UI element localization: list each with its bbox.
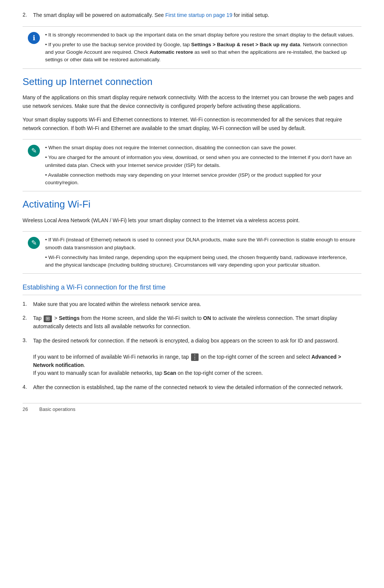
pencil-icon-1: ✎ — [28, 145, 40, 157]
step2-text-before: The smart display will be powered on aut… — [33, 12, 165, 18]
wifi-step-4-text: After the connection is established, tap… — [33, 383, 361, 392]
wifi-para1: Wireless Local Area Network (WLAN / Wi-F… — [23, 216, 361, 224]
note-3-content: • If Wi-Fi (instead of Ethernet) network… — [45, 236, 356, 269]
subsection-wifi-first-title: Establishing a Wi-Fi connection for the … — [23, 283, 361, 295]
step3-wifi-text: Tap the desired network for connection. … — [33, 338, 338, 344]
step3-wifi-text3-before: If you want to manually scan for availab… — [33, 370, 164, 376]
wifi-step-1: 1. Make sure that you are located within… — [23, 300, 361, 309]
step3-wifi-text2-before: If you want to be informed of available … — [33, 354, 190, 360]
note-1-bullet-2: • If you prefer to use the backup servic… — [45, 41, 356, 64]
wifi-step-1-num: 1. — [23, 300, 33, 307]
step-text: The smart display will be powered on aut… — [33, 11, 361, 20]
note-block-1: ℹ • It is strongly recommended to back u… — [23, 26, 361, 69]
settings-bold: Settings — [59, 315, 79, 321]
wifi-step-2-num: 2. — [23, 314, 33, 321]
wifi-step-3-num: 3. — [23, 337, 33, 343]
note-2-bullet-1: • When the smart display does not requir… — [45, 144, 356, 152]
wifi-step-2-text: Tap > Settings from the Home screen, and… — [33, 314, 361, 330]
step-number: 2. — [23, 11, 33, 18]
step2-wifi-text-middle: > — [53, 315, 59, 321]
note-3-bullet-2: • Wi-Fi connectivity has limited range, … — [45, 254, 356, 269]
note-2-bullet-3: • Available connection methods may vary … — [45, 171, 356, 187]
home-grid-icon — [44, 315, 52, 322]
step3-wifi-text3-after: on the top-right corner of the screen. — [176, 370, 263, 376]
note-3-bullet-1: • If Wi-Fi (instead of Ethernet) network… — [45, 236, 356, 252]
step3-wifi-text2-after: on the top-right corner of the screen an… — [199, 354, 311, 360]
scan-bold: Scan — [164, 370, 176, 376]
step2-link[interactable]: First time startup on page 19 — [165, 12, 232, 18]
section-internet-title: Setting up Internet connection — [23, 76, 361, 88]
pencil-icon-2: ✎ — [28, 237, 40, 249]
step2-text-after: for initial setup. — [232, 12, 269, 18]
wifi-step-4: 4. After the connection is established, … — [23, 383, 361, 392]
step2-wifi-text-after: from the Home screen, and slide the Wi-F… — [80, 315, 203, 321]
step-2-intro: 2. The smart display will be powered on … — [23, 11, 361, 20]
note-1-bullet-1: • It is strongly recommended to back up … — [45, 31, 356, 39]
page-footer: 26 Basic operations — [23, 403, 361, 412]
wifi-step-3-text: Tap the desired network for connection. … — [33, 337, 361, 377]
step3-wifi-period: . — [84, 362, 85, 368]
note-block-3: ✎ • If Wi-Fi (instead of Ethernet) netwo… — [23, 231, 361, 274]
footer-page-number: 26 — [23, 406, 28, 412]
wifi-step-4-num: 4. — [23, 383, 33, 390]
internet-para1: Many of the applications on this smart d… — [23, 93, 361, 110]
note-1-content: • It is strongly recommended to back up … — [45, 31, 356, 64]
note-2-bullet-2: • You are charged for the amount of info… — [45, 154, 356, 169]
on-bold: ON — [203, 315, 211, 321]
wifi-steps-list: 1. Make sure that you are located within… — [23, 300, 361, 392]
note-block-2: ✎ • When the smart display does not requ… — [23, 139, 361, 191]
step2-wifi-text-before: Tap — [33, 315, 43, 321]
menu-dots-icon — [191, 353, 199, 361]
wifi-step-2: 2. Tap > Settings from the Home screen, … — [23, 314, 361, 330]
info-icon: ℹ — [28, 32, 40, 44]
wifi-step-3: 3. Tap the desired network for connectio… — [23, 337, 361, 377]
footer-section-label: Basic operations — [39, 406, 75, 412]
wifi-step-1-text: Make sure that you are located within th… — [33, 300, 361, 309]
section-wifi-title: Activating Wi-Fi — [23, 198, 361, 211]
internet-para2: Your smart display supports Wi-Fi and Et… — [23, 115, 361, 132]
note-2-content: • When the smart display does not requir… — [45, 144, 356, 186]
